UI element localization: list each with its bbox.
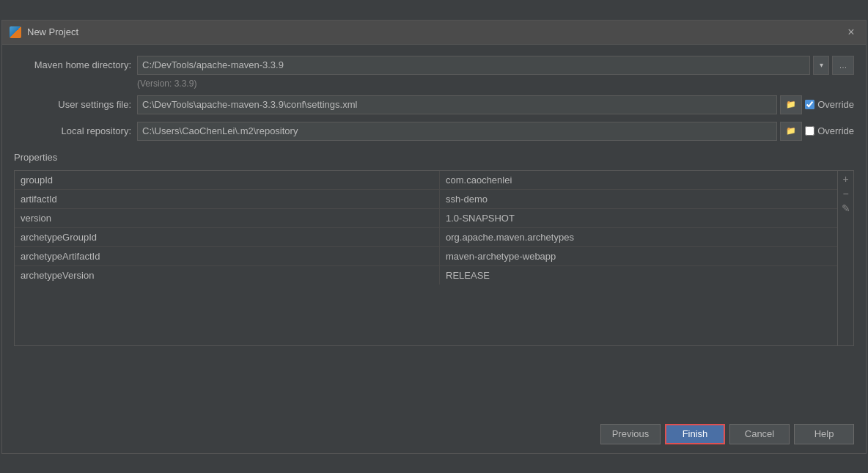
new-project-dialog: New Project × Maven home directory: ▾ … … (1, 20, 867, 454)
prop-value-2: 1.0-SNAPSHOT (440, 209, 837, 227)
prop-value-5: RELEASE (440, 266, 837, 285)
maven-home-dropdown-button[interactable]: ▾ (813, 56, 829, 75)
local-repo-input-wrap: 📁 Override (137, 122, 854, 141)
previous-button[interactable]: Previous (600, 424, 661, 444)
user-settings-input[interactable] (137, 95, 777, 114)
prop-value-4: maven-archetype-webapp (440, 247, 837, 265)
user-settings-label: User settings file: (14, 99, 131, 110)
app-icon (10, 26, 21, 38)
local-repo-label: Local repository: (14, 125, 131, 136)
properties-sidebar: + − ✎ (837, 171, 853, 345)
prop-key-5: archetypeVersion (15, 266, 440, 285)
remove-property-button[interactable]: − (839, 187, 853, 200)
local-repo-override-wrap: Override (805, 125, 854, 136)
maven-home-label: Maven home directory: (14, 59, 131, 70)
maven-version-text: (Version: 3.3.9) (137, 78, 854, 89)
help-button[interactable]: Help (794, 424, 854, 444)
table-row[interactable]: archetypeGroupId org.apache.maven.archet… (15, 228, 837, 247)
title-bar: New Project × (2, 21, 866, 45)
maven-home-row: Maven home directory: ▾ … (14, 55, 854, 76)
prop-key-1: artifactId (15, 190, 440, 208)
edit-property-button[interactable]: ✎ (839, 202, 853, 215)
prop-key-2: version (15, 209, 440, 227)
prop-value-3: org.apache.maven.archetypes (440, 228, 837, 246)
table-row[interactable]: archetypeVersion RELEASE (15, 266, 837, 285)
local-repo-input[interactable] (137, 122, 777, 141)
prop-value-1: ssh-demo (440, 190, 837, 208)
table-row[interactable]: groupId com.caochenlei (15, 171, 837, 190)
prop-key-3: archetypeGroupId (15, 228, 440, 246)
table-row[interactable]: archetypeArtifactId maven-archetype-weba… (15, 247, 837, 266)
close-button[interactable]: × (844, 25, 858, 40)
local-repo-row: Local repository: 📁 Override (14, 121, 854, 142)
prop-key-4: archetypeArtifactId (15, 247, 440, 265)
table-row[interactable]: version 1.0-SNAPSHOT (15, 209, 837, 228)
dialog-footer: Previous Finish Cancel Help (2, 415, 866, 453)
user-settings-browse-button[interactable]: 📁 (780, 95, 802, 114)
local-repo-override-label[interactable]: Override (817, 125, 854, 136)
prop-value-0: com.caochenlei (440, 171, 837, 189)
maven-home-input-wrap: ▾ … (137, 56, 854, 75)
dialog-title: New Project (27, 26, 78, 37)
properties-section: groupId com.caochenlei artifactId ssh-de… (14, 170, 854, 346)
user-settings-override-wrap: Override (805, 99, 854, 110)
user-settings-input-wrap: 📁 Override (137, 95, 854, 114)
properties-table: groupId com.caochenlei artifactId ssh-de… (15, 171, 837, 345)
cancel-button[interactable]: Cancel (729, 424, 790, 444)
dialog-content: Maven home directory: ▾ … (Version: 3.3.… (2, 45, 866, 356)
user-settings-override-label[interactable]: Override (817, 99, 854, 110)
maven-home-input[interactable] (137, 56, 810, 75)
table-row[interactable]: artifactId ssh-demo (15, 190, 837, 209)
prop-key-0: groupId (15, 171, 440, 189)
finish-button[interactable]: Finish (665, 424, 725, 444)
user-settings-override-checkbox[interactable] (805, 100, 814, 109)
properties-section-label: Properties (14, 152, 854, 163)
user-settings-row: User settings file: 📁 Override (14, 95, 854, 115)
title-bar-left: New Project (10, 26, 78, 38)
add-property-button[interactable]: + (839, 172, 853, 186)
local-repo-browse-button[interactable]: 📁 (780, 122, 802, 141)
local-repo-override-checkbox[interactable] (805, 126, 814, 136)
maven-home-browse-button[interactable]: … (832, 56, 854, 75)
